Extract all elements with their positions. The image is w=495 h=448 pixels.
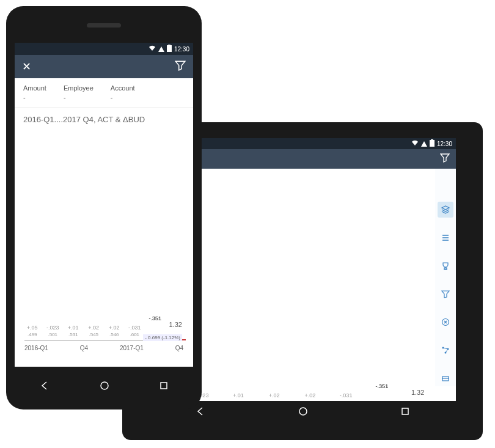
nav-home-icon[interactable] — [298, 406, 309, 420]
filter-employee[interactable]: Employee - — [64, 84, 94, 101]
filter-label: Account — [111, 84, 135, 92]
phone-chart-area: +.05.499-.023.501+.01.531+.02.545+.02.54… — [15, 127, 193, 353]
svg-rect-9 — [167, 45, 172, 52]
svg-rect-10 — [168, 45, 170, 45]
filter-icon[interactable] — [175, 60, 186, 73]
wifi-icon — [148, 45, 156, 53]
nav-back-icon[interactable] — [195, 406, 206, 420]
sidebar-clear-icon[interactable] — [438, 314, 453, 330]
svg-rect-1 — [431, 139, 433, 140]
phone-screen: 12:30 Amount - Employee - Account - 2016… — [15, 43, 193, 367]
sidebar-stack-icon[interactable] — [438, 202, 453, 218]
phone-app-bar — [15, 55, 193, 78]
battery-icon — [167, 45, 172, 53]
filter-amount[interactable]: Amount - — [23, 84, 46, 101]
tablet-sidebar — [435, 169, 456, 386]
status-time: 12:30 — [437, 141, 452, 147]
sidebar-tree-icon[interactable] — [438, 342, 453, 358]
nav-recent-icon[interactable] — [159, 381, 169, 394]
phone-chart: +.05.499-.023.501+.01.531+.02.545+.02.54… — [21, 128, 187, 353]
sidebar-crossbox-icon[interactable] — [438, 370, 453, 386]
wifi-icon — [411, 140, 419, 147]
diff-annotation: - 0.699 (-1.12%) — [143, 334, 182, 341]
phone-device-frame: 12:30 Amount - Employee - Account - 2016… — [6, 6, 202, 409]
filter-value: - — [111, 94, 135, 101]
status-time: 12:30 — [174, 46, 189, 53]
svg-rect-8 — [402, 408, 408, 414]
phone-filter-row: Amount - Employee - Account - — [15, 78, 193, 108]
filter-value: - — [64, 94, 94, 101]
filter-label: Employee — [64, 84, 94, 92]
filter-account[interactable]: Account - — [111, 84, 135, 101]
filter-value: - — [23, 94, 46, 101]
filter-label: Amount — [23, 84, 46, 92]
svg-point-11 — [101, 382, 108, 389]
close-icon[interactable] — [22, 60, 31, 73]
cell-signal-icon — [158, 46, 164, 52]
sidebar-trophy-icon[interactable] — [438, 258, 453, 274]
filter-icon[interactable] — [440, 153, 450, 165]
nav-back-icon[interactable] — [39, 380, 50, 394]
svg-rect-0 — [430, 140, 435, 147]
phone-android-navbar — [15, 375, 193, 399]
sidebar-filter-icon[interactable] — [438, 286, 453, 302]
nav-recent-icon[interactable] — [400, 406, 410, 419]
chart-title: 2016-Q1....2017 Q4, ACT & ΔBUD — [15, 108, 193, 127]
cell-signal-icon — [421, 141, 427, 147]
sidebar-list-icon[interactable] — [438, 230, 453, 246]
svg-rect-12 — [161, 383, 167, 389]
battery-icon — [430, 139, 435, 148]
phone-status-bar: 12:30 — [15, 43, 193, 55]
phone-speaker — [87, 23, 121, 28]
nav-home-icon[interactable] — [99, 380, 110, 394]
svg-point-7 — [299, 408, 307, 415]
